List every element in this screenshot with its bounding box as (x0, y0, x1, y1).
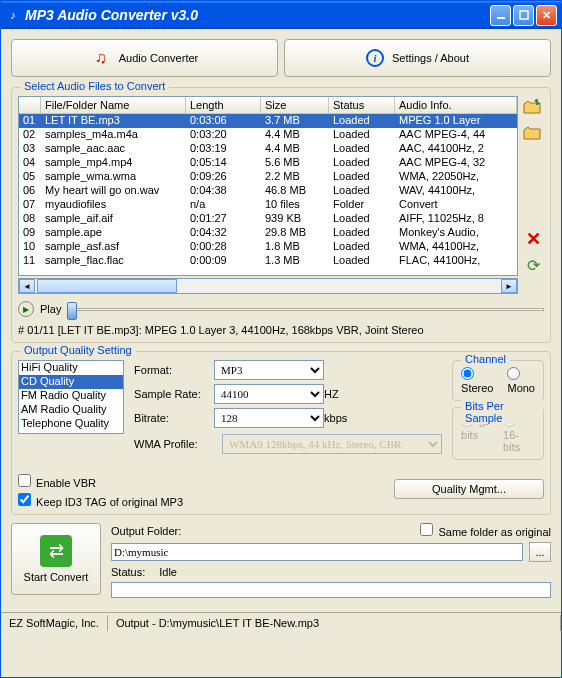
table-row[interactable]: 08sample_aif.aif0:01:27939 KBLoadedAIFF,… (19, 212, 517, 226)
table-row[interactable]: 04sample_mp4.mp40:05:145.6 MBLoadedAAC M… (19, 156, 517, 170)
status-label: Status: (111, 566, 145, 578)
app-icon: ♪ (5, 7, 21, 23)
same-folder-checkbox[interactable]: Same folder as original (420, 523, 551, 538)
col-info[interactable]: Audio Info. (395, 97, 517, 113)
bitrate-label: Bitrate: (134, 412, 214, 424)
rate-select[interactable]: 44100 (214, 384, 324, 404)
channel-box: Channel Stereo Mono (452, 360, 544, 401)
table-row[interactable]: 09sample.ape0:04:3229.8 MBLoadedMonkey's… (19, 226, 517, 240)
files-legend: Select Audio Files to Convert (20, 80, 169, 92)
preset-item[interactable]: Telephone Quality (19, 417, 123, 431)
add-file-button[interactable] (522, 96, 544, 118)
statusbar: EZ SoftMagic, Inc. Output - D:\mymusic\L… (1, 612, 561, 632)
status-company: EZ SoftMagic, Inc. (1, 615, 108, 631)
table-row[interactable]: 11sample_flac.flac0:00:091.3 MBLoadedFLA… (19, 254, 517, 268)
table-row[interactable]: 01LET IT BE.mp30:03:063.7 MBLoadedMPEG 1… (19, 114, 517, 128)
convert-icon: ⇄ (40, 535, 72, 567)
window-title: MP3 Audio Converter v3.0 (25, 7, 490, 23)
settings-about-label: Settings / About (392, 52, 469, 64)
music-notes-icon: ♫ (91, 49, 111, 67)
table-row[interactable]: 03sample_aac.aac0:03:194.4 MBLoadedAAC, … (19, 142, 517, 156)
start-convert-button[interactable]: ⇄ Start Convert (11, 523, 101, 595)
minimize-button[interactable] (490, 5, 511, 26)
play-slider[interactable] (67, 300, 544, 318)
bits-legend: Bits Per Sample (461, 400, 543, 424)
preset-item[interactable]: HiFi Quality (19, 361, 123, 375)
format-select[interactable]: MP3 (214, 360, 324, 380)
scroll-right-button[interactable]: ► (501, 279, 517, 293)
scroll-left-button[interactable]: ◄ (19, 279, 35, 293)
info-icon: i (366, 49, 384, 67)
col-status[interactable]: Status (329, 97, 395, 113)
close-button[interactable]: ✕ (536, 5, 557, 26)
table-header: File/Folder Name Length Size Status Audi… (19, 97, 517, 114)
status-value: Idle (159, 566, 177, 578)
channel-legend: Channel (461, 353, 510, 365)
status-output: Output - D:\mymusic\LET IT BE-New.mp3 (108, 615, 561, 631)
quality-preset-list[interactable]: HiFi QualityCD QualityFM Radio QualityAM… (18, 360, 124, 434)
table-row[interactable]: 06My heart will go on.wav0:04:3846.8 MBL… (19, 184, 517, 198)
audio-converter-button[interactable]: ♫ Audio Converter (11, 39, 278, 77)
quality-legend: Output Quality Setting (20, 344, 136, 356)
audio-converter-label: Audio Converter (119, 52, 199, 64)
col-size[interactable]: Size (261, 97, 329, 113)
settings-about-button[interactable]: i Settings / About (284, 39, 551, 77)
output-folder-input[interactable] (111, 543, 523, 561)
quality-fieldset: Output Quality Setting HiFi QualityCD Qu… (11, 351, 551, 515)
col-name[interactable]: File/Folder Name (41, 97, 186, 113)
file-table[interactable]: File/Folder Name Length Size Status Audi… (18, 96, 518, 276)
keep-id3-checkbox[interactable]: Keep ID3 TAG of original MP3 (18, 493, 183, 508)
bits-box: Bits Per Sample 8-bits 16-bits (452, 407, 544, 460)
bitrate-select[interactable]: 128 (214, 408, 324, 428)
rate-unit: HZ (324, 388, 354, 400)
refresh-button[interactable]: ⟳ (522, 254, 544, 276)
enable-vbr-checkbox[interactable]: Enable VBR (18, 474, 96, 489)
preset-item[interactable]: AM Radio Quality (19, 403, 123, 417)
titlebar: ♪ MP3 Audio Converter v3.0 ✕ (1, 1, 561, 29)
progress-bar (111, 582, 551, 598)
table-row[interactable]: 10sample_asf.asf0:00:281.8 MBLoadedWMA, … (19, 240, 517, 254)
rate-label: Sample Rate: (134, 388, 214, 400)
quality-mgmt-button[interactable]: Quality Mgmt... (394, 479, 544, 499)
maximize-button[interactable] (513, 5, 534, 26)
preset-item[interactable]: CD Quality (19, 375, 123, 389)
bitrate-unit: kbps (324, 412, 354, 424)
remove-button[interactable]: ✕ (522, 228, 544, 250)
play-icon[interactable]: ▶ (18, 301, 34, 317)
svg-rect-0 (497, 17, 505, 19)
add-folder-button[interactable] (522, 122, 544, 144)
play-label: Play (40, 303, 61, 315)
mono-radio[interactable]: Mono (507, 367, 535, 394)
col-num[interactable] (19, 97, 41, 113)
browse-button[interactable]: ... (529, 542, 551, 562)
table-row[interactable]: 02samples_m4a.m4a0:03:204.4 MBLoadedAAC … (19, 128, 517, 142)
wma-select: WMA9 128kbps, 44 kHz, Stereo, CBR (222, 434, 442, 454)
format-label: Format: (134, 364, 214, 376)
scroll-thumb[interactable] (37, 279, 177, 293)
horizontal-scrollbar[interactable]: ◄ ► (18, 278, 518, 294)
app-window: ♪ MP3 Audio Converter v3.0 ✕ ♫ Audio Con… (0, 0, 562, 678)
wma-label: WMA Profile: (134, 438, 214, 450)
start-convert-label: Start Convert (24, 571, 89, 583)
col-length[interactable]: Length (186, 97, 261, 113)
stereo-radio[interactable]: Stereo (461, 367, 493, 394)
svg-rect-1 (520, 11, 528, 19)
preset-item[interactable]: FM Radio Quality (19, 389, 123, 403)
output-folder-label: Output Folder: (111, 525, 193, 537)
table-row[interactable]: 05sample_wma.wma0:09:262.2 MBLoadedWMA, … (19, 170, 517, 184)
files-fieldset: Select Audio Files to Convert File/Folde… (11, 87, 551, 343)
track-info: # 01/11 [LET IT BE.mp3]: MPEG 1.0 Layer … (18, 324, 544, 336)
table-row[interactable]: 07myaudiofilesn/a10 filesFolderConvert (19, 198, 517, 212)
